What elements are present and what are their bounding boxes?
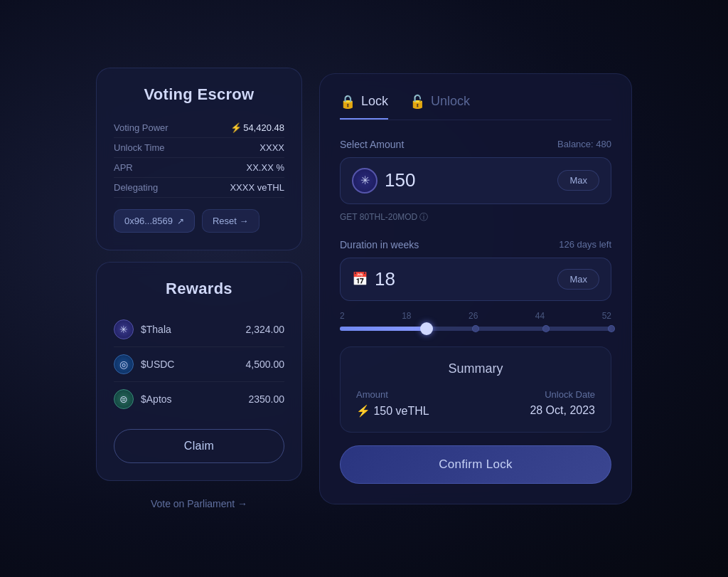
voting-power-label: Voting Power bbox=[114, 122, 168, 133]
slider-mark-3: 44 bbox=[535, 311, 545, 321]
amount-input-box: ✳ Max bbox=[340, 157, 611, 204]
tab-unlock[interactable]: 🔓 Unlock bbox=[410, 94, 470, 120]
voting-power-row: Voting Power ⚡54,420.48 bbox=[114, 118, 284, 138]
right-card: 🔒 Lock 🔓 Unlock Select Amount Balance: 4… bbox=[319, 73, 632, 504]
amount-max-button[interactable]: Max bbox=[557, 170, 599, 191]
voting-escrow-title: Voting Escrow bbox=[114, 85, 284, 104]
duration-input-box: 📅 Max bbox=[340, 258, 611, 301]
thala-name: $Thala bbox=[141, 324, 171, 335]
usdc-reward-left: ◎ $USDC bbox=[114, 354, 174, 374]
amount-summary-label: Amount bbox=[356, 389, 429, 400]
token-input-icon: ✳ bbox=[352, 168, 378, 194]
amount-summary-value: ⚡ 150 veTHL bbox=[356, 404, 429, 418]
delegating-value: XXXX veTHL bbox=[230, 182, 284, 193]
calendar-icon: 📅 bbox=[352, 271, 368, 287]
duration-input[interactable] bbox=[375, 268, 550, 290]
list-item: ✳ $Thala 2,324.00 bbox=[114, 312, 284, 347]
reset-button[interactable]: Reset → bbox=[202, 209, 259, 233]
lock-tab-icon: 🔒 bbox=[340, 94, 355, 110]
apr-row: APR XX.XX % bbox=[114, 158, 284, 178]
delegating-label: Delegating bbox=[114, 182, 158, 193]
slider-mark-2: 26 bbox=[469, 311, 478, 321]
aptos-amount: 2350.00 bbox=[248, 393, 284, 405]
slider-labels: 2 18 26 44 52 bbox=[340, 311, 611, 321]
list-item: ◎ $USDC 4,500.00 bbox=[114, 347, 284, 382]
address-row: 0x96...8569 ↗ Reset → bbox=[114, 209, 284, 233]
amount-section-header: Select Amount Balance: 480 bbox=[340, 139, 611, 150]
confirm-lock-button[interactable]: Confirm Lock bbox=[340, 445, 611, 484]
vote-link[interactable]: Vote on Parliament → bbox=[96, 498, 302, 509]
amount-input[interactable] bbox=[385, 169, 550, 191]
unlock-date-value: 28 Oct, 2023 bbox=[530, 404, 595, 417]
slider-mark-4: 52 bbox=[602, 311, 611, 321]
voting-escrow-card: Voting Escrow Voting Power ⚡54,420.48 Un… bbox=[96, 68, 302, 250]
delegating-row: Delegating XXXX veTHL bbox=[114, 178, 284, 198]
unlock-time-row: Unlock Time XXXX bbox=[114, 138, 284, 158]
thala-reward-left: ✳ $Thala bbox=[114, 319, 171, 339]
amount-summary-col: Amount ⚡ 150 veTHL bbox=[356, 389, 429, 418]
unlock-date-label: Unlock Date bbox=[530, 389, 595, 400]
summary-row: Amount ⚡ 150 veTHL Unlock Date 28 Oct, 2… bbox=[356, 389, 595, 418]
unlock-date-summary-col: Unlock Date 28 Oct, 2023 bbox=[530, 389, 595, 418]
slider-track[interactable] bbox=[340, 327, 611, 331]
list-item: ⊜ $Aptos 2350.00 bbox=[114, 382, 284, 416]
bolt-icon: ⚡ bbox=[230, 122, 242, 133]
select-amount-label: Select Amount bbox=[340, 139, 404, 150]
duration-max-button[interactable]: Max bbox=[557, 269, 599, 290]
summary-box: Summary Amount ⚡ 150 veTHL Unlock Date 2… bbox=[340, 346, 611, 433]
claim-button[interactable]: Claim bbox=[114, 429, 284, 463]
balance-display: Balance: 480 bbox=[557, 139, 611, 149]
apr-value: XX.XX % bbox=[247, 162, 284, 173]
voting-power-value: ⚡54,420.48 bbox=[230, 122, 284, 133]
days-left: 126 days left bbox=[559, 239, 611, 250]
usdc-name: $USDC bbox=[141, 359, 174, 370]
summary-title: Summary bbox=[356, 361, 595, 376]
slider-mark-0: 2 bbox=[340, 311, 345, 321]
right-panel: 🔒 Lock 🔓 Unlock Select Amount Balance: 4… bbox=[319, 73, 632, 504]
rewards-title: Rewards bbox=[114, 280, 284, 298]
duration-section-header: Duration in weeks 126 days left bbox=[340, 239, 611, 250]
unlock-tab-icon: 🔓 bbox=[410, 94, 425, 110]
slider-dot-44 bbox=[542, 325, 550, 332]
slider-fill bbox=[340, 327, 427, 331]
external-link-icon: ↗ bbox=[177, 216, 184, 226]
aptos-name: $Aptos bbox=[141, 393, 172, 405]
address-button[interactable]: 0x96...8569 ↗ bbox=[114, 209, 195, 233]
slider-thumb[interactable] bbox=[420, 322, 433, 335]
unlock-time-value: XXXX bbox=[259, 142, 284, 153]
rewards-card: Rewards ✳ $Thala 2,324.00 ◎ $USDC 4,500.… bbox=[96, 262, 302, 481]
get-link[interactable]: GET 80THL-20MOD ⓘ bbox=[340, 211, 611, 223]
aptos-icon: ⊜ bbox=[114, 389, 134, 409]
tab-lock[interactable]: 🔒 Lock bbox=[340, 94, 388, 120]
slider-dot-52 bbox=[608, 325, 615, 332]
aptos-reward-left: ⊜ $Aptos bbox=[114, 389, 172, 409]
usdc-icon: ◎ bbox=[114, 354, 134, 374]
tabs: 🔒 Lock 🔓 Unlock bbox=[340, 94, 611, 120]
slider-mark-1: 18 bbox=[402, 311, 411, 321]
duration-label: Duration in weeks bbox=[340, 239, 419, 250]
usdc-amount: 4,500.00 bbox=[246, 359, 285, 370]
left-panel: Voting Escrow Voting Power ⚡54,420.48 Un… bbox=[96, 68, 302, 509]
thala-icon: ✳ bbox=[114, 319, 134, 339]
unlock-time-label: Unlock Time bbox=[114, 142, 165, 153]
thala-amount: 2,324.00 bbox=[246, 324, 285, 335]
slider-dot-26 bbox=[472, 325, 479, 332]
apr-label: APR bbox=[114, 162, 133, 173]
